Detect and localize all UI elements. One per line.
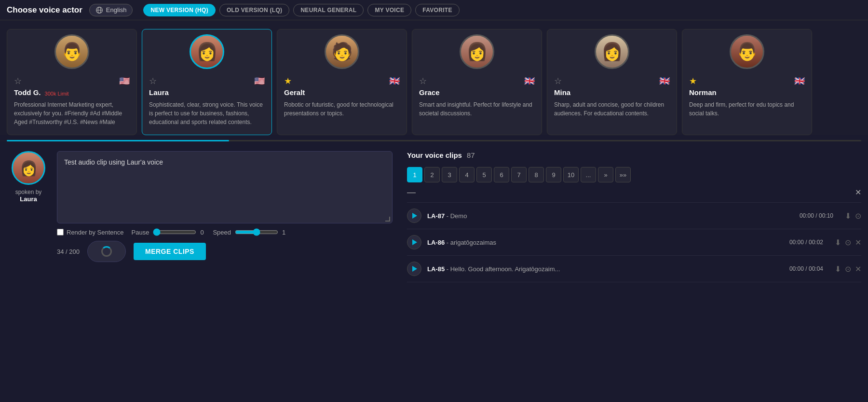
clip-close-icon[interactable]: ✕ xyxy=(855,188,861,197)
download-icon-la85[interactable]: ⬇ xyxy=(835,264,841,274)
settings-icon-la87[interactable]: ⊙ xyxy=(855,211,861,221)
star-todd[interactable]: ☆ xyxy=(14,76,22,86)
voice-card-mina[interactable]: 👩 ☆ 🇬🇧 Mina Sharp, adult and concise, go… xyxy=(547,29,677,135)
flag-laura: 🇺🇸 xyxy=(254,76,265,86)
pause-value: 0 xyxy=(200,229,205,236)
clip-info-la87: LA-87 - Demo xyxy=(427,212,794,220)
page-btn-8[interactable]: 8 xyxy=(529,167,544,182)
card-name-mina: Mina xyxy=(554,88,570,97)
page-btn-next[interactable]: » xyxy=(598,167,613,182)
speed-value: 1 xyxy=(282,229,287,236)
pause-label: Pause xyxy=(132,229,149,236)
page-btn-6[interactable]: 6 xyxy=(494,167,509,182)
page-btn-2[interactable]: 2 xyxy=(424,167,440,182)
nav-favorite[interactable]: FAVORITE xyxy=(415,4,460,16)
card-name-laura: Laura xyxy=(149,88,169,97)
star-mina[interactable]: ☆ xyxy=(554,76,562,86)
render-by-sentence-label[interactable]: Render by Sentence xyxy=(57,229,124,236)
page-btn-1[interactable]: 1 xyxy=(407,167,422,182)
card-desc-norman: Deep and firm, perfect for edu topics an… xyxy=(689,100,805,118)
download-icon-la86[interactable]: ⬇ xyxy=(835,238,841,247)
card-name-geralt: Geralt xyxy=(284,88,305,97)
nav-my-voice[interactable]: MY VOICE xyxy=(367,4,411,16)
voice-card-todd[interactable]: 👨 ☆ 🇺🇸 Todd G. 300k Limit Professional I… xyxy=(7,29,137,135)
card-limit-todd: 300k Limit xyxy=(45,91,69,97)
clips-title: Your voice clips xyxy=(407,151,462,159)
speed-label: Speed xyxy=(213,229,231,236)
close-icon-la85[interactable]: ✕ xyxy=(855,264,861,274)
play-button-la87[interactable] xyxy=(407,208,421,223)
loading-spinner xyxy=(101,246,112,257)
pause-slider[interactable] xyxy=(153,228,196,236)
download-icon-la87[interactable]: ⬇ xyxy=(845,211,851,221)
clip-actions-la86: ⬇ ⊙ ✕ xyxy=(835,238,861,247)
language-button[interactable]: English xyxy=(89,4,133,16)
pagination: 1 2 3 4 5 6 7 8 9 10 ... » »» xyxy=(407,167,861,182)
nav-new-version-hq[interactable]: NEW VERSION (HQ) xyxy=(143,4,215,16)
voice-card-norman[interactable]: 👨 ★ 🇬🇧 Norman Deep and firm, perfect for… xyxy=(682,29,812,135)
settings-icon-la85[interactable]: ⊙ xyxy=(845,264,851,274)
clip-label-la86: - arigatōgozaimas xyxy=(447,239,496,246)
page-btn-ellipsis[interactable]: ... xyxy=(581,167,596,182)
clip-label-la85: - Hello. Good afternoon. Arigatōgozaim..… xyxy=(447,265,560,273)
star-norman[interactable]: ★ xyxy=(689,76,697,86)
nav-neural-general[interactable]: NEURAL GENERAL xyxy=(293,4,364,16)
star-geralt[interactable]: ★ xyxy=(284,76,292,86)
page-btn-10[interactable]: 10 xyxy=(563,167,579,182)
clips-header: Your voice clips 87 xyxy=(407,151,861,159)
flag-geralt: 🇬🇧 xyxy=(389,76,400,86)
clip-id-la87: LA-87 xyxy=(427,212,445,220)
settings-icon-la86[interactable]: ⊙ xyxy=(845,238,851,247)
clip-info-la86: LA-86 - arigatōgozaimas xyxy=(427,239,784,246)
render-by-sentence-checkbox[interactable] xyxy=(57,229,64,236)
play-triangle-la86 xyxy=(412,239,417,245)
clip-item-la85: LA-85 - Hello. Good afternoon. Arigatōgo… xyxy=(407,256,861,282)
nav-buttons: NEW VERSION (HQ) OLD VERSION (LQ) NEURAL… xyxy=(143,4,459,16)
merge-clips-button[interactable]: MERGE CLIPS xyxy=(134,243,206,260)
clip-id-la86: LA-86 xyxy=(427,239,445,246)
voice-card-laura[interactable]: 👩 ☆ 🇺🇸 Laura Sophisticated, clear, stron… xyxy=(142,29,272,135)
voice-cards-section: 👨 ☆ 🇺🇸 Todd G. 300k Limit Professional I… xyxy=(0,20,868,135)
voice-cards-row: 👨 ☆ 🇺🇸 Todd G. 300k Limit Professional I… xyxy=(7,29,861,135)
left-panel: 👩 spoken by Laura Render by Sentence Pau… xyxy=(7,151,393,363)
card-desc-geralt: Robotic or futuristic, good for technolo… xyxy=(284,100,400,118)
text-area-wrap xyxy=(57,151,393,223)
clip-time-la86: 00:00 / 00:02 xyxy=(789,239,829,246)
card-desc-mina: Sharp, adult and concise, good for child… xyxy=(554,100,670,118)
page-btn-3[interactable]: 3 xyxy=(442,167,457,182)
resize-handle[interactable] xyxy=(385,217,390,222)
play-button-la86[interactable] xyxy=(407,235,421,250)
voice-card-geralt[interactable]: 🧑 ★ 🇬🇧 Geralt Robotic or futuristic, goo… xyxy=(277,29,407,135)
voice-text-input[interactable] xyxy=(64,158,385,216)
speed-slider[interactable] xyxy=(235,228,278,236)
star-laura[interactable]: ☆ xyxy=(149,76,157,86)
generate-button[interactable] xyxy=(87,241,126,262)
page-btn-last[interactable]: »» xyxy=(615,167,631,182)
clip-time-la85: 00:00 / 00:04 xyxy=(789,265,829,272)
page-btn-9[interactable]: 9 xyxy=(546,167,561,182)
card-name-norman: Norman xyxy=(689,88,717,97)
voice-card-grace[interactable]: 👩 ☆ 🇬🇧 Grace Smart and insightful. Perfe… xyxy=(412,29,542,135)
speed-slider-group: Speed 1 xyxy=(213,228,287,236)
page-btn-7[interactable]: 7 xyxy=(511,167,527,182)
page-btn-4[interactable]: 4 xyxy=(459,167,475,182)
clip-label-la87: - Demo xyxy=(447,212,467,220)
language-label: English xyxy=(106,6,127,14)
main-content: 👩 spoken by Laura Render by Sentence Pau… xyxy=(0,141,868,373)
speaker-name: Laura xyxy=(20,195,37,203)
avatar-grace: 👩 xyxy=(460,34,494,69)
play-triangle-la85 xyxy=(412,266,417,272)
star-grace[interactable]: ☆ xyxy=(419,76,427,86)
clip-separator-row: — ✕ xyxy=(407,182,861,203)
clip-actions-la87: ⬇ ⊙ xyxy=(845,211,861,221)
nav-old-version-lq[interactable]: OLD VERSION (LQ) xyxy=(219,4,289,16)
close-icon-la86[interactable]: ✕ xyxy=(855,238,861,247)
flag-todd: 🇺🇸 xyxy=(119,76,130,86)
page-btn-5[interactable]: 5 xyxy=(476,167,492,182)
flag-norman: 🇬🇧 xyxy=(794,76,805,86)
card-desc-todd: Professional Internet Marketing expert, … xyxy=(14,100,130,126)
avatar-geralt: 🧑 xyxy=(325,34,359,69)
spoken-by-label: spoken by xyxy=(15,189,42,195)
play-button-la85[interactable] xyxy=(407,262,421,276)
bottom-row: 34 / 200 MERGE CLIPS xyxy=(57,241,393,262)
